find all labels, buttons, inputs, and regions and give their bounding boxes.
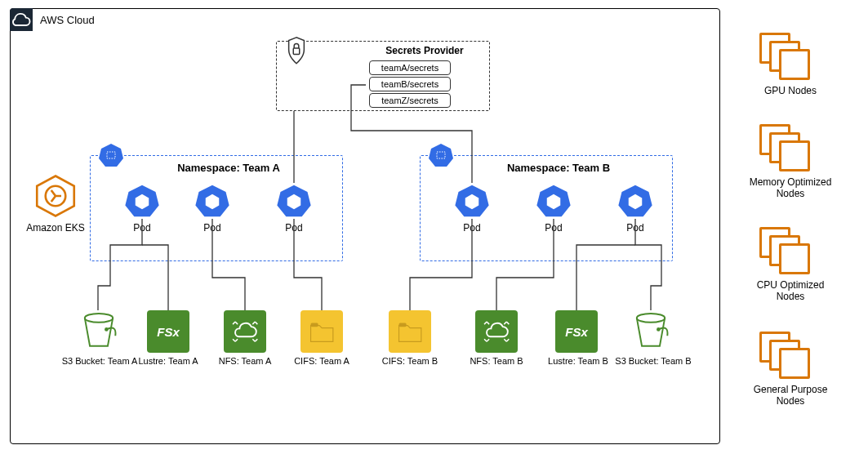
lustre-label-a: Lustre: Team A [136,356,201,366]
gp-nodes-icon [759,332,817,381]
s3-label-a: S3 Bucket: Team A [60,356,139,366]
namespace-b-title: Namespace: Team B [485,162,632,174]
pod-a3-icon [276,183,312,219]
svg-rect-22 [398,323,406,327]
nfs-icon-a [224,310,266,353]
lustre-icon-a: FSx [147,310,189,353]
svg-point-20 [105,327,109,332]
fsx-text-a: FSx [157,325,180,339]
secret-pill-b: teamB/secrets [369,77,451,91]
svg-point-23 [637,314,665,323]
lock-icon [284,36,309,65]
pod-a1-label: Pod [121,222,163,234]
pod-b3-icon [617,183,653,219]
secrets-title: Secrets Provider [367,45,482,56]
cifs-label-a: CIFS: Team A [291,356,353,366]
mem-nodes-icon [759,124,817,173]
ns-badge-b [428,142,454,168]
pod-b2-icon [536,183,572,219]
secret-pill-a: teamA/secrets [369,60,451,75]
nfs-icon-b [475,310,518,353]
lustre-icon-b: FSx [555,310,598,353]
secret-pill-z: teamZ/secrets [369,93,451,108]
eks-label: Amazon EKS [23,222,88,234]
s3-icon-a [78,310,119,351]
pod-b1-icon [454,183,490,219]
svg-point-19 [85,314,113,323]
pod-a1-icon [124,183,160,219]
cloud-icon [10,8,33,31]
cifs-icon-b [389,310,431,353]
pod-a2-icon [194,183,230,219]
eks-icon [33,173,78,219]
cpu-nodes-label: CPU Optimized Nodes [741,279,839,302]
s3-icon-b [630,310,671,351]
lustre-label-b: Lustre: Team B [545,356,611,366]
cpu-nodes-icon [759,227,817,276]
cifs-icon-a [300,310,343,353]
s3-label-b: S3 Bucket: Team B [614,356,692,366]
fsx-text-b: FSx [565,325,588,339]
cifs-label-b: CIFS: Team B [379,356,441,366]
svg-point-24 [657,327,661,332]
ns-badge-a [98,142,124,168]
pod-b1-label: Pod [451,222,493,234]
pod-b2-label: Pod [532,222,575,234]
svg-rect-21 [310,323,318,327]
mem-nodes-label: Memory Optimized Nodes [741,176,839,199]
nfs-label-b: NFS: Team B [465,356,527,366]
svg-marker-11 [429,144,453,167]
pod-b3-label: Pod [614,222,657,234]
nfs-label-a: NFS: Team A [214,356,276,366]
diagram-canvas: AWS Cloud Secrets Provider teamA/secrets… [0,0,868,454]
pod-a2-label: Pod [191,222,234,234]
gpu-nodes-label: GPU Nodes [741,85,839,96]
svg-marker-3 [99,144,123,167]
pod-a3-label: Pod [273,222,315,234]
gpu-nodes-icon [759,33,817,82]
gp-nodes-label: General Purpose Nodes [741,384,839,407]
aws-cloud-label: AWS Cloud [40,14,95,26]
namespace-a-title: Namespace: Team A [155,162,302,174]
